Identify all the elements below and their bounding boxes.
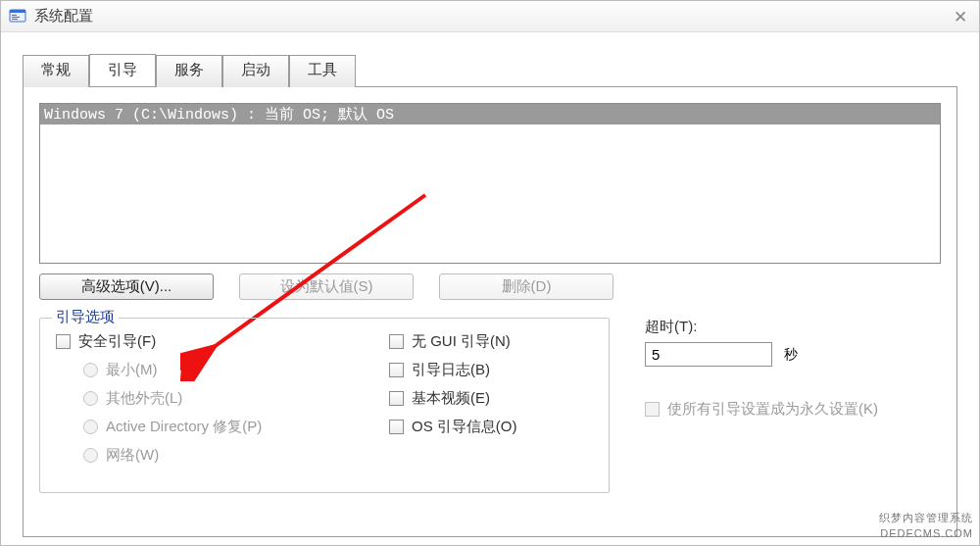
altshell-label: 其他外壳(L) <box>106 389 182 408</box>
window: 系统配置 ✕ 常规 引导 服务 启动 工具 Windows 7 (C:\Wind… <box>0 0 980 546</box>
button-row: 高级选项(V)... 设为默认值(S) 删除(D) <box>39 273 941 300</box>
nogui-label: 无 GUI 引导(N) <box>412 332 511 351</box>
set-default-button: 设为默认值(S) <box>239 273 414 300</box>
left-column: 安全引导(F) 最小(M) 其他外壳(L) <box>56 332 350 474</box>
permanent-checkbox: 使所有引导设置成为永久设置(K) <box>645 400 941 419</box>
checkbox-icon <box>389 420 404 434</box>
svg-rect-3 <box>12 17 20 18</box>
bootlog-label: 引导日志(B) <box>412 361 490 379</box>
bootlog-checkbox[interactable]: 引导日志(B) <box>389 361 517 379</box>
group-legend: 引导选项 <box>52 308 119 326</box>
tab-body: Windows 7 (C:\Windows) : 当前 OS; 默认 OS 高级… <box>23 86 957 537</box>
timeout-label: 超时(T): <box>645 318 941 336</box>
checkbox-icon <box>56 334 71 349</box>
safeboot-altshell-radio: 其他外壳(L) <box>83 389 350 408</box>
watermark-line2: DEDECMS.COM <box>880 527 973 539</box>
tab-tools[interactable]: 工具 <box>289 55 356 87</box>
titlebar: 系统配置 ✕ <box>1 1 979 32</box>
tab-startup[interactable]: 启动 <box>222 55 289 87</box>
minimal-label: 最小(M) <box>106 361 158 379</box>
basevideo-checkbox[interactable]: 基本视频(E) <box>389 389 517 408</box>
checkbox-icon <box>389 391 404 406</box>
checkbox-icon <box>645 402 660 417</box>
tabstrip: 常规 引导 服务 启动 工具 <box>23 54 957 86</box>
osbootinfo-label: OS 引导信息(O) <box>412 418 517 436</box>
right-column: 无 GUI 引导(N) 引导日志(B) 基本视频(E) <box>389 332 517 474</box>
checkbox-icon <box>389 334 404 349</box>
safeboot-network-radio: 网络(W) <box>83 446 350 465</box>
radio-icon <box>83 363 98 377</box>
svg-rect-4 <box>12 19 18 20</box>
delete-button: 删除(D) <box>439 273 613 300</box>
adrepair-label: Active Directory 修复(P) <box>106 418 262 436</box>
radio-icon <box>83 391 98 406</box>
safeboot-adrepair-radio: Active Directory 修复(P) <box>83 418 350 436</box>
safeboot-label: 安全引导(F) <box>78 332 156 351</box>
window-title: 系统配置 <box>34 7 93 25</box>
boot-entry[interactable]: Windows 7 (C:\Windows) : 当前 OS; 默认 OS <box>40 104 940 124</box>
osbootinfo-checkbox[interactable]: OS 引导信息(O) <box>389 418 517 436</box>
nogui-checkbox[interactable]: 无 GUI 引导(N) <box>389 332 517 351</box>
close-icon[interactable]: ✕ <box>954 7 965 27</box>
boot-options-group: 引导选项 安全引导(F) 最小(M) <box>39 318 610 493</box>
tab-boot[interactable]: 引导 <box>89 54 156 86</box>
svg-rect-2 <box>12 15 17 16</box>
safeboot-checkbox[interactable]: 安全引导(F) <box>56 332 350 351</box>
permanent-label: 使所有引导设置成为永久设置(K) <box>667 400 878 419</box>
timeout-column: 超时(T): 秒 使所有引导设置成为永久设置(K) <box>645 318 941 493</box>
boot-entries-list[interactable]: Windows 7 (C:\Windows) : 当前 OS; 默认 OS <box>39 103 941 264</box>
app-icon <box>9 8 26 25</box>
tab-services[interactable]: 服务 <box>156 55 222 87</box>
checkbox-icon <box>389 363 404 377</box>
timeout-unit: 秒 <box>784 346 798 364</box>
tab-general[interactable]: 常规 <box>23 55 89 87</box>
client-area: 常规 引导 服务 启动 工具 Windows 7 (C:\Windows) : … <box>1 32 979 537</box>
timeout-input[interactable] <box>645 342 772 367</box>
svg-rect-1 <box>10 10 25 13</box>
radio-icon <box>83 448 98 463</box>
network-label: 网络(W) <box>106 446 159 465</box>
advanced-options-button[interactable]: 高级选项(V)... <box>39 273 214 300</box>
radio-icon <box>83 420 98 434</box>
lower-area: 引导选项 安全引导(F) 最小(M) <box>39 318 941 493</box>
safeboot-minimal-radio: 最小(M) <box>83 361 350 379</box>
basevideo-label: 基本视频(E) <box>412 389 490 408</box>
watermark-line1: 织梦内容管理系统 <box>879 511 973 525</box>
